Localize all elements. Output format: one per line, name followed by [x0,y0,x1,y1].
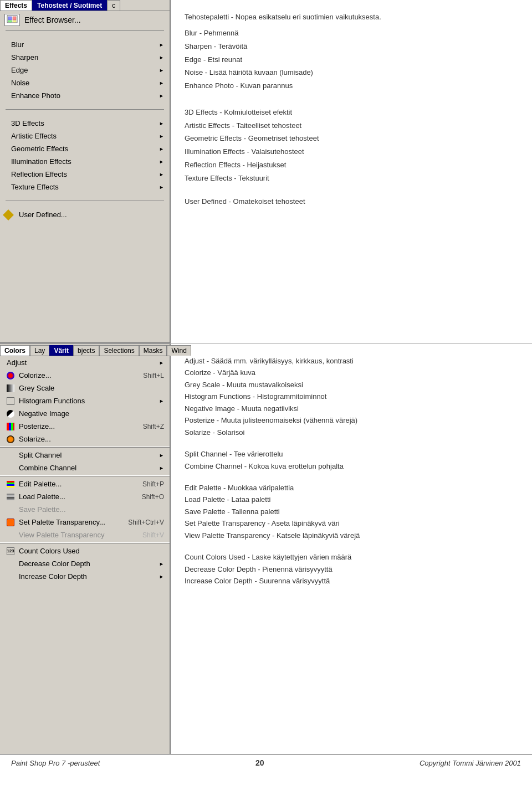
colors-tab-varit[interactable]: Värit [49,345,73,356]
colors-posterize-item[interactable]: Posterize... Shift+Z [0,420,170,433]
desc-texture: Texture Effects - Tekstuurit [185,173,518,184]
effect-browser-icon [4,14,20,26]
colors-histogram-item[interactable]: Histogram Functions ► [0,394,170,407]
decrease-depth-arrow: ► [159,561,164,567]
reflection-label: Reflection Effects [11,170,67,178]
colors-group3-list: Edit Palette - Muokkaa väripalettia Load… [185,482,518,541]
split-channel-label: Split Channel [19,451,62,459]
colors-combine-channel-item[interactable]: Combine Channel ► [0,461,170,474]
colors-tab-bjects[interactable]: bjects [73,345,99,356]
effects-menu-panel: Effects Tehosteet / Suotimet c Effect Br… [0,0,171,343]
effects-blur-item[interactable]: Blur ► [0,38,170,51]
colors-adjust-item[interactable]: Adjust ► [0,356,170,369]
desc-save-palette: Save Palette - Tallenna paletti [185,506,518,517]
desc-adjust: Adjust - Säädä mm. värikylläisyys, kirkk… [185,355,518,367]
solarize-label: Solarize... [19,435,51,443]
effects-geometric-item[interactable]: Geometric Effects ► [0,142,170,155]
3d-label: 3D Effects [11,119,44,127]
colors-desc-group2: Split Channel - Tee värierottelu Combine… [185,448,518,472]
sharpen-arrow: ► [159,55,164,60]
edge-arrow: ► [159,68,164,73]
effects-tab-extra[interactable]: c [107,0,120,11]
edit-palette-shortcut: Shift+P [142,480,164,488]
colors-solarize-item[interactable]: Solarize... [0,433,170,445]
colors-increase-depth-item[interactable]: Increase Color Depth ► [0,570,170,583]
effects-sharpen-item[interactable]: Sharpen ► [0,51,170,64]
colors-save-palette-item[interactable]: Save Palette... [0,503,170,516]
colors-load-palette-item[interactable]: Load Palette... Shift+O [0,490,170,503]
colors-tab-lay[interactable]: Lay [30,345,49,356]
colors-edit-palette-item[interactable]: Edit Palette... Shift+P [0,478,170,490]
load-palette-label: Load Palette... [19,492,65,501]
footer-page-number: 20 [255,758,264,767]
effects-noise-item[interactable]: Noise ► [0,76,170,89]
desc-reflection: Reflection Effects - Heijastukset [185,160,518,171]
posterize-shortcut: Shift+Z [143,423,164,430]
view-palette-label: View Palette Transparency [19,531,104,539]
colors-menu-panel: Colors Lay Värit bjects Selections Masks… [0,344,171,754]
colors-divider-2 [0,475,170,476]
illumination-arrow: ► [159,159,164,165]
effects-user-defined-item[interactable]: User Defined... [0,208,170,221]
count-colors-label: Count Colors Used [19,547,80,555]
colors-set-palette-item[interactable]: Set Palette Transparency... Shift+Ctrl+V [0,516,170,529]
effects-illumination-item[interactable]: Illumination Effects ► [0,155,170,168]
colors-tab-selections[interactable]: Selections [99,345,139,356]
effects-texture-item[interactable]: Texture Effects ► [0,181,170,193]
colors-group1-list: Adjust - Säädä mm. värikylläisyys, kirkk… [185,355,518,438]
colors-divider-3 [0,542,170,543]
load-palette-shortcut: Shift+O [142,493,164,501]
colors-greyscale-item[interactable]: Grey Scale [0,382,170,394]
colorize-label: Colorize... [19,371,52,379]
colors-tab-masks[interactable]: Masks [139,345,167,356]
count-colors-icon: 123 [7,547,14,555]
desc-gap [185,94,518,105]
effects-3d-item[interactable]: 3D Effects ► [0,117,170,130]
colors-view-palette-item[interactable]: View Palette Transparency Shift+V [0,529,170,541]
effects-edge-item[interactable]: Edge ► [0,64,170,76]
effects-tab-effects[interactable]: Effects [0,0,32,11]
effects-desc-list: Blur - Pehmennä Sharpen - Terävöitä Edge… [185,28,518,184]
colors-decrease-depth-item[interactable]: Decrease Color Depth ► [0,557,170,570]
sharpen-label: Sharpen [11,53,38,61]
desc-artistic: Artistic Effects - Taiteelliset tehostee… [185,120,518,132]
blur-label: Blur [11,40,24,49]
split-channel-arrow: ► [159,453,164,458]
effects-section: Effects Tehosteet / Suotimet c Effect Br… [0,0,532,344]
3d-arrow: ► [159,121,164,126]
colors-split-channel-item[interactable]: Split Channel ► [0,449,170,461]
load-palette-icon [7,494,14,500]
svg-rect-2 [13,17,16,20]
colors-count-colors-item[interactable]: 123 Count Colors Used [0,545,170,557]
footer-left-text: Paint Shop Pro 7 -perusteet [11,759,100,767]
effect-browser-item[interactable]: Effect Browser... [0,11,170,29]
colors-negative-item[interactable]: Negative Image [0,407,170,420]
greyscale-icon [7,384,14,392]
colors-group4-list: Count Colors Used - Laske käytettyjen vä… [185,551,518,587]
greyscale-label: Grey Scale [19,384,54,392]
desc-sharpen: Sharpen - Terävöitä [185,41,518,53]
effects-tab-tehosteet[interactable]: Tehosteet / Suotimet [32,0,107,11]
footer-right-text: Copyright Tommi Järvinen 2001 [420,759,521,767]
effects-enhance-item[interactable]: Enhance Photo ► [0,89,170,102]
effects-artistic-item[interactable]: Artistic Effects ► [0,130,170,142]
effects-reflection-item[interactable]: Reflection Effects ► [0,168,170,181]
edit-palette-label: Edit Palette... [19,480,62,488]
desc-enhance: Enhance Photo - Kuvan parannus [185,80,518,92]
desc-count-colors: Count Colors Used - Laske käytettyjen vä… [185,551,518,563]
geometric-arrow: ► [159,146,164,152]
desc-noise: Noise - Lisää häiriötä kuvaan (lumisade) [185,67,518,79]
desc-illumination: Illumination Effects - Valaisutehosteet [185,146,518,158]
posterize-label: Posterize... [19,422,55,430]
colors-desc-group3: Edit Palette - Muokkaa väripalettia Load… [185,482,518,541]
colors-colorize-item[interactable]: Colorize... Shift+L [0,369,170,382]
colors-section: Colors Lay Värit bjects Selections Masks… [0,344,532,754]
user-defined-label: User Defined... [19,211,67,219]
colors-tab-colors[interactable]: Colors [0,345,30,356]
colors-tab-wind[interactable]: Wind [167,345,191,356]
enhance-arrow: ► [159,93,164,99]
svg-rect-1 [8,17,12,20]
combine-channel-label: Combine Channel [19,464,76,472]
texture-label: Texture Effects [11,183,59,191]
divider-after-browser [6,30,164,31]
